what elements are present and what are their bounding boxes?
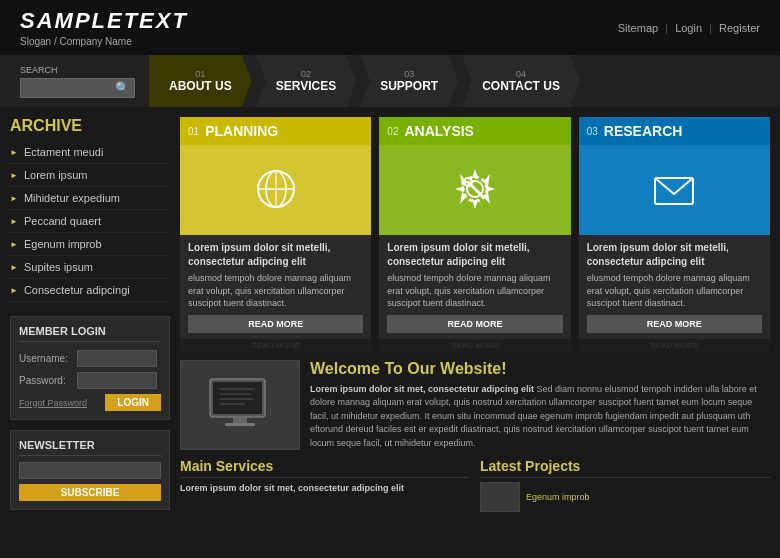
logo-area: SAMPLETEXT Slogan / Company Name <box>20 8 188 47</box>
arrow-icon-4: ► <box>10 240 18 249</box>
register-link[interactable]: Register <box>719 22 760 34</box>
card-num-1: 01 <box>188 126 199 137</box>
sidebar-item-1[interactable]: ►Lorem ipsum <box>10 164 170 187</box>
welcome-image <box>180 360 300 450</box>
sidebar-item-2[interactable]: ►Mihidetur expedium <box>10 187 170 210</box>
card-header-research: 03 RESEARCH <box>579 117 770 145</box>
latest-projects-title: Latest Projects <box>480 458 770 478</box>
nav-item-about[interactable]: 01 ABOUT US <box>149 55 252 107</box>
login-link[interactable]: Login <box>675 22 702 34</box>
gear-icon <box>450 164 500 216</box>
latest-projects-section: Latest Projects Egenum improb <box>480 458 770 512</box>
card-planning: 01 PLANNING Lorem ipsum dolor sit me <box>180 117 371 352</box>
arrow-icon-3: ► <box>10 217 18 226</box>
mail-icon <box>649 164 699 216</box>
sitemap-link[interactable]: Sitemap <box>618 22 658 34</box>
bottom-row: Main Services Lorem ipsum dolor sit met,… <box>180 458 770 512</box>
top-links: Sitemap | Login | Register <box>618 22 760 34</box>
main-services-body-title: Lorem ipsum dolor sit met, consectetur a… <box>180 482 470 495</box>
card-body-text-1: elusmod tempoh dolore mannag aliquam era… <box>188 273 351 308</box>
forgot-password-link[interactable]: Forgot Password <box>19 398 87 408</box>
nav-item-support[interactable]: 03 SUPPORT <box>360 55 458 107</box>
login-button[interactable]: LOGIN <box>105 394 161 411</box>
nav-item-contact[interactable]: 04 CONTACT US <box>462 55 580 107</box>
arrow-icon-1: ► <box>10 171 18 180</box>
nav-item-label-1: ABOUT US <box>169 79 232 93</box>
subscribe-button[interactable]: SUBSCRIBE <box>19 484 161 501</box>
welcome-body-title: Lorem ipsum dolor sit met, consectetur a… <box>310 384 534 394</box>
welcome-section: Welcome To Our Website! Lorem ipsum dolo… <box>180 360 770 451</box>
card-title-3: RESEARCH <box>604 123 683 139</box>
sidebar: ARCHIVE ►Ectament meudi ►Lorem ipsum ►Mi… <box>10 117 170 512</box>
username-input[interactable] <box>77 350 157 367</box>
search-input[interactable] <box>25 82 115 93</box>
latest-thumb <box>480 482 520 512</box>
welcome-text: Welcome To Our Website! Lorem ipsum dolo… <box>310 360 770 451</box>
sidebar-item-0[interactable]: ►Ectament meudi <box>10 141 170 164</box>
password-label: Password: <box>19 375 77 386</box>
slogan: Slogan / Company Name <box>20 36 188 47</box>
main-services-title: Main Services <box>180 458 470 478</box>
username-label: Username: <box>19 353 77 364</box>
card-num-2: 02 <box>387 126 398 137</box>
card-body-title-2: Lorem ipsum dolor sit metelli, consectet… <box>387 241 562 269</box>
sidebar-item-3[interactable]: ►Peccand quaert <box>10 210 170 233</box>
read-more-btn-2[interactable]: READ MORE <box>387 315 562 333</box>
read-more-btn-3[interactable]: READ MORE <box>587 315 762 333</box>
logo-text: SAMPLETEXT <box>20 8 188 34</box>
reflection-1: READ MORE <box>180 339 371 352</box>
card-body-research: Lorem ipsum dolor sit metelli, consectet… <box>579 235 770 339</box>
nav-item-services[interactable]: 02 SERVICES <box>256 55 356 107</box>
reflection-3: READ MORE <box>579 339 770 352</box>
search-label: SEARCH <box>20 65 135 75</box>
nav-items: 01 ABOUT US 02 SERVICES 03 SUPPORT 04 CO… <box>145 55 770 107</box>
sidebar-menu: ►Ectament meudi ►Lorem ipsum ►Mihidetur … <box>10 141 170 302</box>
card-analysis: 02 ANALYSIS <box>379 117 570 352</box>
arrow-icon-5: ► <box>10 263 18 272</box>
read-more-btn-1[interactable]: READ MORE <box>188 315 363 333</box>
archive-title: ARCHIVE <box>10 117 170 135</box>
top-bar: SAMPLETEXT Slogan / Company Name Sitemap… <box>0 0 780 55</box>
search-input-wrap[interactable]: 🔍 <box>20 78 135 98</box>
login-bottom: Forgot Password LOGIN <box>19 394 161 411</box>
newsletter-box: NEWSLETTER SUBSCRIBE <box>10 430 170 510</box>
nav-item-label-3: SUPPORT <box>380 79 438 93</box>
login-box: MEMBER LOGIN Username: Password: Forgot … <box>10 316 170 420</box>
welcome-title: Welcome To Our Website! <box>310 360 770 378</box>
password-input[interactable] <box>77 372 157 389</box>
reflection-2: READ MORE <box>379 339 570 352</box>
sidebar-item-6[interactable]: ►Consectetur adipcingi <box>10 279 170 302</box>
sidebar-item-4[interactable]: ►Egenum improb <box>10 233 170 256</box>
card-img-research <box>579 145 770 235</box>
content-area: 01 PLANNING Lorem ipsum dolor sit me <box>180 117 770 512</box>
card-body-text-3: elusmod tempoh dolore mannag aliquam era… <box>587 273 750 308</box>
svg-rect-12 <box>225 423 255 426</box>
card-header-planning: 01 PLANNING <box>180 117 371 145</box>
arrow-icon-0: ► <box>10 148 18 157</box>
card-title-2: ANALYSIS <box>404 123 474 139</box>
main-content: ARCHIVE ►Ectament meudi ►Lorem ipsum ►Mi… <box>0 107 780 522</box>
nav-bar: SEARCH 🔍 01 ABOUT US 02 SERVICES 03 SUPP… <box>0 55 780 107</box>
newsletter-input[interactable] <box>19 462 161 479</box>
search-icon[interactable]: 🔍 <box>115 81 130 95</box>
main-services-section: Main Services Lorem ipsum dolor sit met,… <box>180 458 470 512</box>
welcome-body: Lorem ipsum dolor sit met, consectetur a… <box>310 383 770 451</box>
card-header-analysis: 02 ANALYSIS <box>379 117 570 145</box>
nav-item-label-2: SERVICES <box>276 79 336 93</box>
card-img-analysis <box>379 145 570 235</box>
latest-item: Egenum improb <box>480 482 770 512</box>
sidebar-item-5[interactable]: ►Supites ipsum <box>10 256 170 279</box>
nav-item-num-4: 04 <box>516 69 526 79</box>
svg-rect-11 <box>233 417 247 423</box>
svg-rect-10 <box>213 382 262 414</box>
card-img-planning <box>180 145 371 235</box>
card-title-1: PLANNING <box>205 123 278 139</box>
login-title: MEMBER LOGIN <box>19 325 161 342</box>
card-num-3: 03 <box>587 126 598 137</box>
nav-item-num-2: 02 <box>301 69 311 79</box>
nav-item-num-3: 03 <box>404 69 414 79</box>
monitor-icon <box>205 374 275 436</box>
password-field: Password: <box>19 372 161 389</box>
arrow-icon-6: ► <box>10 286 18 295</box>
card-research: 03 RESEARCH Lorem ipsum dolor sit metell… <box>579 117 770 352</box>
